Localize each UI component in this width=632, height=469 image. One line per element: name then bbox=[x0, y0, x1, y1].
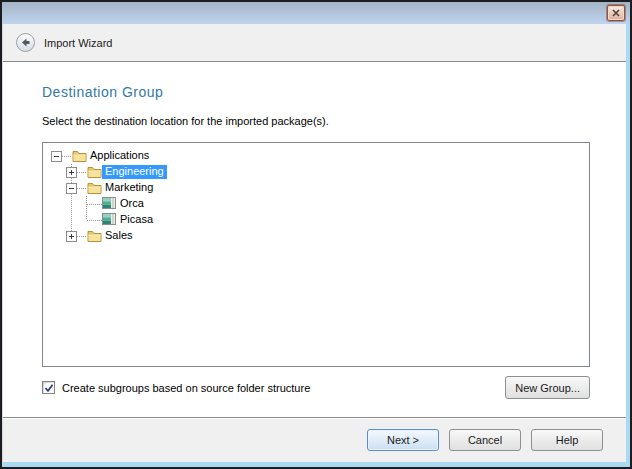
wizard-header: Import Wizard bbox=[3, 24, 626, 62]
back-button[interactable] bbox=[16, 33, 35, 52]
tree-connector-line bbox=[87, 204, 102, 205]
package-icon bbox=[102, 197, 116, 211]
options-row: Create subgroups based on source folder … bbox=[42, 376, 590, 399]
tree-item-label[interactable]: Marketing bbox=[102, 181, 156, 195]
help-button[interactable]: Help bbox=[531, 429, 603, 451]
tree-item-label[interactable]: Applications bbox=[87, 149, 152, 163]
window-body: Import Wizard Destination Group Select t… bbox=[2, 24, 630, 467]
cancel-button[interactable]: Cancel bbox=[449, 429, 521, 451]
tree-connector-line bbox=[71, 196, 72, 212]
folder-icon bbox=[72, 149, 87, 165]
tree-connector-line bbox=[77, 236, 87, 237]
tree-connector-line bbox=[71, 212, 72, 228]
destination-tree[interactable]: ApplicationsEngineeringMarketingOrcaPica… bbox=[42, 142, 590, 367]
tree-connector-line bbox=[86, 212, 87, 220]
footer-bar: Next >CancelHelp bbox=[3, 417, 626, 462]
close-button[interactable] bbox=[607, 5, 625, 21]
tree-item-orca[interactable]: Orca bbox=[43, 196, 589, 212]
new-group-button[interactable]: New Group... bbox=[505, 376, 590, 399]
check-icon bbox=[44, 383, 54, 393]
package-icon bbox=[102, 213, 116, 227]
import-wizard-window: Import Wizard Destination Group Select t… bbox=[0, 0, 632, 469]
expand-icon[interactable] bbox=[66, 231, 77, 242]
expand-icon[interactable] bbox=[66, 167, 77, 178]
page-subtitle: Select the destination location for the … bbox=[42, 115, 590, 127]
content-area: Destination Group Select the destination… bbox=[3, 62, 626, 417]
tree-item-picasa[interactable]: Picasa bbox=[43, 212, 589, 228]
tree-connector-line bbox=[77, 188, 87, 189]
subgroups-checkbox[interactable] bbox=[42, 381, 55, 394]
header-title: Import Wizard bbox=[44, 37, 112, 49]
subgroups-option: Create subgroups based on source folder … bbox=[42, 381, 310, 394]
subgroups-label[interactable]: Create subgroups based on source folder … bbox=[62, 382, 310, 394]
page-title: Destination Group bbox=[42, 84, 590, 100]
tree-item-sales[interactable]: Sales bbox=[43, 228, 589, 244]
next-button[interactable]: Next > bbox=[367, 429, 439, 451]
folder-icon bbox=[87, 181, 102, 197]
collapse-icon[interactable] bbox=[66, 183, 77, 194]
tree-item-label[interactable]: Engineering bbox=[102, 165, 167, 179]
tree-connector-line bbox=[77, 172, 87, 173]
tree-item-label[interactable]: Sales bbox=[102, 229, 136, 243]
tree-item-label[interactable]: Orca bbox=[117, 197, 147, 211]
tree-connector-line bbox=[87, 220, 102, 221]
folder-icon bbox=[87, 229, 102, 245]
tree-item-applications[interactable]: Applications bbox=[43, 148, 589, 164]
tree-connector-line bbox=[62, 156, 72, 157]
titlebar[interactable] bbox=[2, 2, 630, 24]
collapse-icon[interactable] bbox=[51, 151, 62, 162]
tree-item-label[interactable]: Picasa bbox=[117, 213, 156, 227]
x-icon bbox=[612, 9, 620, 17]
tree-item-marketing[interactable]: Marketing bbox=[43, 180, 589, 196]
folder-icon bbox=[87, 165, 102, 181]
arrow-left-icon bbox=[20, 37, 31, 48]
tree-item-engineering[interactable]: Engineering bbox=[43, 164, 589, 180]
